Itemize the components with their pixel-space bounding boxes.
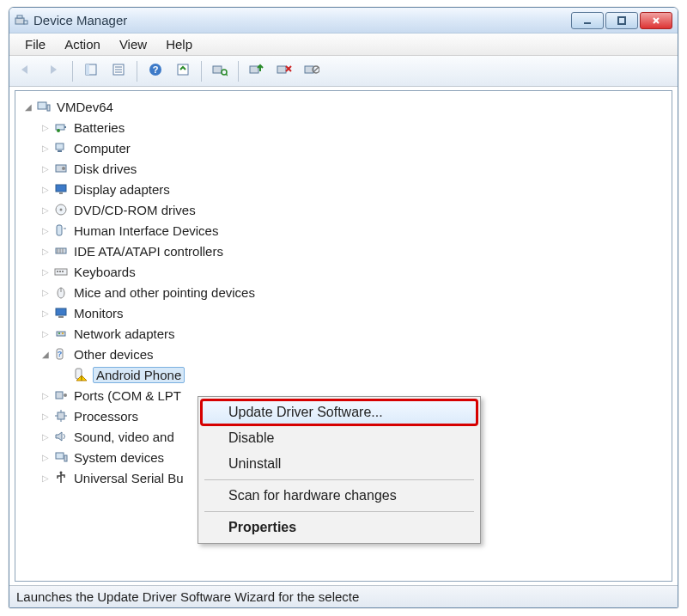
tree-child-item[interactable]: !Android Phone [19,364,668,385]
svg-rect-68 [64,455,67,461]
toolbar-separator [137,61,137,82]
network-icon [53,326,69,341]
tree-item[interactable]: ▷Batteries [19,117,668,137]
expander-open-icon[interactable]: ◢ [40,348,52,360]
svg-rect-67 [56,453,64,459]
tree-root[interactable]: ◢ VMDev64 [19,96,668,117]
tree-item[interactable]: ▷Network adapters [19,323,668,344]
context-menu-item[interactable]: Update Driver Software... [201,399,477,425]
expander-closed-icon[interactable]: ▷ [40,430,52,442]
expander-none [58,369,70,381]
tree-item[interactable]: ▷Mice and other pointing devices [19,282,668,302]
svg-rect-51 [56,308,66,315]
svg-rect-28 [56,125,64,130]
svg-point-38 [60,209,63,211]
minimize-button[interactable] [571,12,604,29]
ide-icon [53,243,69,259]
computer-icon [36,99,52,114]
svg-line-25 [313,67,319,72]
toolbar-disable-button[interactable] [300,60,324,82]
close-button[interactable] [640,12,672,29]
expander-closed-icon[interactable]: ▷ [40,472,52,484]
tree-item-label: Human Interface Devices [74,223,218,238]
expander-closed-icon[interactable]: ▷ [40,451,52,463]
disable-icon [304,63,319,79]
svg-point-61 [64,393,67,397]
context-menu-item[interactable]: Disable [201,425,477,451]
svg-rect-0 [15,18,24,24]
scan-icon [212,63,228,79]
menubar: File Action View Help [9,34,678,56]
tree-item[interactable]: ▷Monitors [19,302,668,323]
expander-closed-icon[interactable]: ▷ [40,162,52,174]
expander-closed-icon[interactable]: ▷ [40,245,52,257]
uninstall-icon [277,63,292,79]
arrow-right-icon [46,64,62,78]
maximize-button[interactable] [605,12,638,29]
expander-closed-icon[interactable]: ▷ [40,286,52,298]
mouse-icon [53,284,69,300]
expander-icon[interactable]: ◢ [22,101,34,113]
expander-closed-icon[interactable]: ▷ [40,121,52,133]
port-icon [53,387,69,403]
expander-closed-icon[interactable]: ▷ [40,142,52,154]
svg-rect-35 [56,185,66,192]
svg-text:!: ! [81,375,82,381]
svg-rect-26 [38,102,46,109]
svg-point-54 [58,332,60,334]
toolbar-showhidden-button[interactable] [79,60,103,82]
svg-point-69 [60,472,63,474]
svg-rect-2 [17,15,22,18]
context-menu-item[interactable]: Scan for hardware changes [201,483,477,509]
expander-closed-icon[interactable]: ▷ [40,224,52,236]
svg-rect-4 [618,17,625,24]
toolbar-help-button[interactable]: ? [143,60,167,82]
device-tree-panel[interactable]: ◢ VMDev64 ▷Batteries▷Computer▷Disk drive… [15,90,672,582]
tree-item[interactable]: ▷IDE ATA/ATAPI controllers [19,241,668,261]
context-menu-item[interactable]: Properties [201,515,477,540]
svg-point-34 [62,167,65,170]
tree-item-label: Keyboards [74,265,136,279]
update-driver-icon [249,63,264,79]
battery-icon [53,119,69,135]
help-icon: ? [149,63,162,79]
toolbar-back-button[interactable] [15,60,39,82]
menu-file[interactable]: File [16,35,54,53]
expander-closed-icon[interactable]: ▷ [40,389,52,401]
warning-device-icon: ! [72,367,88,382]
statusbar: Launches the Update Driver Software Wiza… [9,585,678,607]
menu-view[interactable]: View [111,35,155,53]
tree-item[interactable]: ▷DVD/CD-ROM drives [19,199,668,220]
toolbar-separator [238,61,239,82]
toolbar-scan-button[interactable] [208,60,232,82]
titlebar: Device Manager [9,8,678,34]
toolbar-uninstall-button[interactable] [272,60,296,82]
toolbar-update-driver-button[interactable] [245,60,269,82]
expander-closed-icon[interactable]: ▷ [40,410,52,422]
expander-closed-icon[interactable]: ▷ [40,183,52,195]
tree-item[interactable]: ◢?Other devices [19,344,668,364]
expander-closed-icon[interactable]: ▷ [40,265,52,278]
expander-closed-icon[interactable]: ▷ [40,204,52,216]
expander-closed-icon[interactable]: ▷ [40,327,52,339]
tree-item[interactable]: ▷Computer [19,137,668,158]
usb-icon [53,470,69,485]
tree-item[interactable]: ▷Display adapters [19,179,668,199]
svg-rect-36 [59,192,63,194]
window-buttons [571,12,672,29]
tree-item[interactable]: ▷Keyboards [19,261,668,282]
menu-action[interactable]: Action [56,35,109,53]
tree-item[interactable]: ▷Disk drives [19,158,668,179]
svg-line-18 [226,74,228,76]
context-menu-item[interactable]: Uninstall [201,451,477,477]
toolbar-properties-button[interactable] [106,60,131,82]
toolbar-refresh-button[interactable] [171,60,195,82]
toolbar-forward-button[interactable] [42,60,66,82]
menu-help[interactable]: Help [157,35,201,53]
unknown-icon: ? [53,346,69,362]
monitor-icon [53,305,69,320]
svg-rect-3 [584,22,591,24]
expander-closed-icon[interactable]: ▷ [40,307,52,319]
tree-item-label: Other devices [74,347,154,362]
tree-item[interactable]: ▷Human Interface Devices [19,220,668,241]
